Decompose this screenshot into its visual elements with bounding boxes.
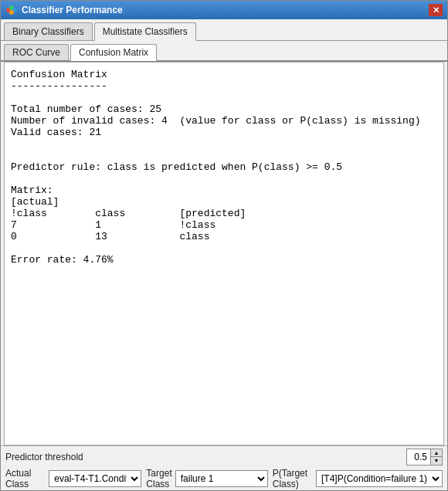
actual-class-select[interactable]: eval-T4-T1.Condition [49, 470, 141, 487]
actual-class-section: Actual Class eval-T4-T1.Condition [5, 468, 141, 489]
threshold-spinners: ▲ ▼ [430, 449, 442, 465]
window-icon [5, 4, 18, 16]
target-class-select[interactable]: failure 1 [175, 470, 268, 487]
main-window: Classifier Performance ✕ Binary Classifi… [0, 0, 448, 491]
threshold-bar: Predictor threshold 0.5 ▲ ▼ [1, 445, 447, 467]
target-class-section: Target Class failure 1 [146, 468, 267, 489]
p-target-class-section: P(Target Class) [T4]P(Condition=failure … [273, 468, 443, 489]
tab-multistate-classifiers[interactable]: Multistate Classifiers [94, 22, 196, 41]
bottom-controls-row: Actual Class eval-T4-T1.Condition Target… [1, 467, 447, 490]
threshold-label: Predictor threshold [5, 452, 83, 462]
tab-roc-curve[interactable]: ROC Curve [4, 44, 69, 60]
p-target-class-label: P(Target Class) [273, 468, 313, 489]
close-button[interactable]: ✕ [429, 4, 443, 16]
tab-binary-classifiers[interactable]: Binary Classifiers [4, 22, 93, 40]
tab-confusion-matrix[interactable]: Confusion Matrix [70, 44, 157, 61]
title-bar: Classifier Performance ✕ [1, 1, 447, 19]
threshold-up-button[interactable]: ▲ [431, 449, 442, 457]
svg-point-3 [9, 10, 14, 15]
inner-tab-bar: ROC Curve Confusion Matrix [1, 41, 447, 62]
threshold-down-button[interactable]: ▼ [431, 457, 442, 465]
outer-tab-bar: Binary Classifiers Multistate Classifier… [1, 19, 447, 41]
p-target-class-select[interactable]: [T4]P(Condition=failure 1) [316, 470, 443, 487]
content-area: Confusion Matrix ---------------- Total … [4, 62, 444, 445]
window-title: Classifier Performance [22, 5, 429, 15]
actual-class-label: Actual Class [5, 468, 46, 489]
threshold-input[interactable]: 0.5 ▲ ▼ [406, 449, 443, 466]
threshold-value: 0.5 [407, 451, 430, 463]
target-class-label: Target Class [146, 468, 171, 489]
